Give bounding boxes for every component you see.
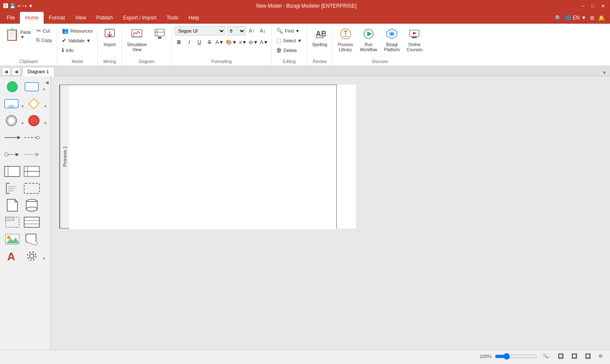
gateway-dropdown[interactable]: ▼	[44, 105, 47, 108]
frame-shape[interactable]	[3, 216, 21, 229]
tab-dropdown[interactable]: ▼	[601, 69, 608, 76]
font-color-button[interactable]: A▼	[215, 38, 225, 47]
lane-shape[interactable]	[23, 165, 41, 178]
info-button[interactable]: ℹ Info	[60, 46, 75, 55]
subprocess-shape[interactable]	[3, 97, 19, 110]
minimize-button[interactable]: ─	[580, 3, 587, 9]
underline-button[interactable]: U	[195, 38, 204, 47]
intermediate-event-shape[interactable]	[3, 114, 19, 127]
diagram-canvas[interactable]: Process 1	[59, 85, 356, 229]
tab-nav-left[interactable]: ◀	[2, 67, 10, 76]
find-button[interactable]: 🔍 Find ▼	[274, 26, 302, 35]
document-shape[interactable]	[23, 233, 41, 245]
select-button[interactable]: ⬚ Select ▼	[274, 36, 304, 45]
simulation-view-button[interactable]: SimulationView	[125, 26, 150, 54]
zoom-in-button[interactable]: 🔲	[569, 352, 580, 360]
zoom-fit-button[interactable]: 🔲	[556, 352, 566, 360]
undo-icon[interactable]: ↩	[17, 3, 21, 9]
svg-rect-39	[5, 166, 20, 176]
ribbon-group-model: 👥 Resources ✔ Validate ▼ ℹ Info Model	[57, 25, 98, 66]
menu-format[interactable]: Format	[44, 12, 70, 24]
gear-shape[interactable]	[23, 250, 41, 262]
close-button[interactable]: ✕	[599, 3, 607, 9]
resources-button[interactable]: 👥 Resources	[60, 26, 95, 35]
strikethrough-button[interactable]: S	[205, 38, 214, 47]
group-shape[interactable]	[23, 182, 41, 195]
diagram-tab-1[interactable]: Diagram 1	[22, 67, 55, 76]
resources-label: Resources	[70, 28, 93, 33]
notification-icon[interactable]: 🔔	[598, 15, 605, 21]
paste-button[interactable]: 📋 Paste▼	[3, 26, 33, 43]
italic-button[interactable]: I	[185, 38, 194, 47]
sequence-flow-shape[interactable]	[3, 131, 21, 144]
menu-tools[interactable]: Tools	[161, 12, 183, 24]
start-event-shape[interactable]	[3, 80, 21, 93]
zoom-out-button[interactable]: 🔍-	[541, 352, 552, 360]
font-size-increase[interactable]: A↑	[247, 26, 257, 36]
annotation-flow-shape[interactable]	[3, 148, 21, 161]
gateway-shape[interactable]	[26, 97, 42, 110]
search-top-icon[interactable]: 🔍	[555, 15, 562, 21]
task-dropdown[interactable]: ▼	[42, 88, 46, 91]
gear-dropdown[interactable]: ▼	[42, 257, 46, 261]
view-page-button[interactable]: 🔲	[583, 352, 593, 360]
text-highlight-button[interactable]: A▼	[259, 38, 269, 47]
font-family-select[interactable]: Segoe UI Arial Times New Roman	[175, 26, 225, 36]
end-event-dropdown[interactable]: ▼	[44, 121, 47, 125]
clear-format-button[interactable]: ⊘▼	[248, 38, 258, 47]
diagram-view-button[interactable]	[150, 26, 169, 44]
run-workflow-button[interactable]: RunWorkflow	[358, 26, 380, 54]
online-courses-button[interactable]: OnlineCourses	[404, 26, 425, 54]
data-object-shape[interactable]	[3, 199, 21, 212]
font-size-decrease[interactable]: A↓	[258, 26, 268, 36]
lang-selector[interactable]: 🌐 EN ▼	[565, 15, 586, 21]
end-event-shape[interactable]	[26, 114, 42, 127]
align-button[interactable]: ≡▼	[238, 38, 247, 47]
maximize-button[interactable]: □	[590, 3, 596, 9]
menu-file[interactable]: File	[2, 12, 20, 24]
cut-button[interactable]: ✂ Cut	[34, 26, 55, 35]
import-icon	[104, 28, 116, 41]
tab-nav-back[interactable]: ◀	[12, 67, 20, 76]
validate-button[interactable]: ✔ Validate ▼	[60, 36, 93, 45]
import-button[interactable]: Import	[100, 26, 119, 49]
svg-rect-54	[24, 217, 39, 227]
save-icon[interactable]: 💾	[10, 3, 16, 9]
canvas-area[interactable]: Process 1	[51, 76, 610, 350]
task-shape[interactable]	[23, 80, 41, 93]
fill-color-button[interactable]: 🎨▼	[225, 38, 238, 47]
simulation-view-svg	[131, 28, 143, 40]
bold-button[interactable]: B	[175, 38, 184, 47]
data-assoc-shape[interactable]	[23, 148, 41, 161]
zoom-slider[interactable]	[495, 353, 537, 360]
pool-content[interactable]	[69, 85, 336, 229]
menu-help[interactable]: Help	[183, 12, 204, 24]
copy-button[interactable]: ⎘ Copy	[34, 36, 55, 44]
dropdown-icon[interactable]: ▼	[28, 3, 33, 8]
settings-top-icon[interactable]: ⚙	[590, 15, 595, 21]
menu-publish[interactable]: Publish	[91, 12, 118, 24]
collapse-panel-button[interactable]: ◀	[44, 78, 50, 86]
process-library-button[interactable]: ProcessLibrary	[335, 26, 355, 54]
font-size-select[interactable]: 8 10 12 14	[227, 26, 246, 36]
sequence-flow-svg	[4, 133, 21, 142]
ribbon-group-clipboard: 📋 Paste▼ ✂ Cut ⎘ Copy Clipboard	[0, 25, 57, 66]
redo-icon[interactable]: ↪	[23, 3, 27, 9]
delete-button[interactable]: 🗑 Delete	[274, 46, 299, 55]
menu-export-import[interactable]: Export / Import	[118, 12, 162, 24]
message-flow-shape[interactable]	[23, 131, 41, 144]
text-annotation-shape[interactable]	[3, 182, 21, 195]
intermediate-event-dropdown[interactable]: ▼	[21, 121, 25, 125]
pool-shape[interactable]	[3, 165, 21, 178]
expanded-pool-shape[interactable]	[23, 216, 41, 229]
menu-home[interactable]: Home	[20, 12, 44, 24]
data-store-shape[interactable]	[23, 199, 41, 212]
subprocess-dropdown[interactable]: ▼	[21, 105, 25, 108]
menu-view[interactable]: View	[70, 12, 91, 24]
spelling-button[interactable]: ABC Spelling	[310, 26, 330, 49]
status-settings-button[interactable]: ⚙	[596, 352, 605, 360]
bizagi-platform-button[interactable]: BizagiPlatform	[382, 26, 402, 54]
svg-text:ABC: ABC	[316, 30, 326, 38]
image-shape[interactable]	[3, 233, 21, 245]
text-shape[interactable]: A	[3, 250, 21, 262]
